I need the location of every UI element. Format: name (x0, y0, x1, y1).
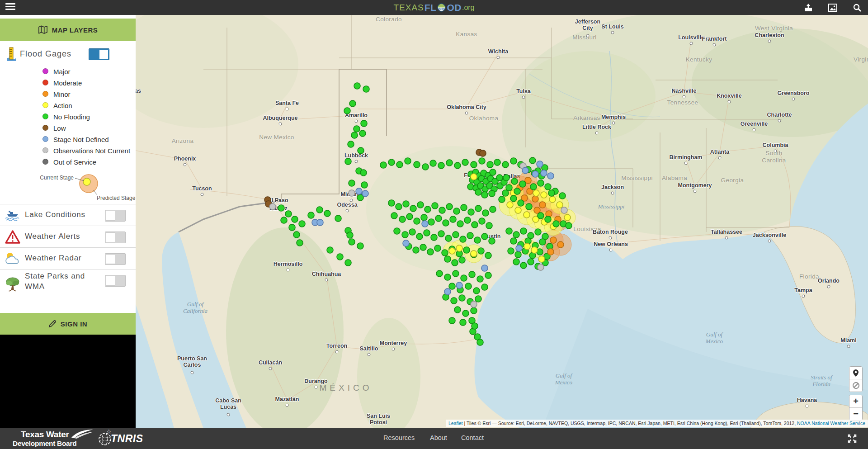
flood-gage-dot[interactable] (559, 193, 566, 199)
flood-gage-dot[interactable] (538, 264, 544, 270)
flood-gage-dot[interactable] (436, 270, 443, 277)
weather-alerts-toggle[interactable] (105, 232, 126, 243)
flood-gage-dot[interactable] (444, 288, 451, 295)
lake-conditions-toggle[interactable] (105, 210, 126, 222)
flood-gage-dot[interactable] (507, 202, 513, 208)
flood-gage-dot[interactable] (402, 232, 408, 238)
flood-gage-dot[interactable] (406, 213, 413, 220)
flood-gage-dot[interactable] (396, 203, 402, 210)
flood-gage-dot[interactable] (481, 192, 488, 198)
flood-gage-dot[interactable] (394, 228, 400, 234)
flood-gage-dot[interactable] (516, 245, 522, 251)
flood-gage-dot[interactable] (380, 162, 387, 168)
flood-gage-dot[interactable] (499, 196, 505, 203)
flood-gage-dot[interactable] (356, 188, 362, 194)
flood-gage-dot[interactable] (485, 252, 491, 259)
flood-gage-dot[interactable] (432, 203, 438, 209)
map-layers-header[interactable]: MAP LAYERS (0, 19, 136, 41)
flood-gage-dot[interactable] (475, 296, 481, 302)
flood-gage-dot[interactable] (478, 248, 484, 254)
flood-gage-dot[interactable] (413, 247, 419, 253)
flood-gage-dot[interactable] (481, 233, 488, 240)
flood-gage-dot[interactable] (489, 238, 495, 244)
flood-gage-dot[interactable] (416, 233, 423, 240)
flood-gage-dot[interactable] (363, 86, 369, 92)
flood-gage-dot[interactable] (566, 222, 572, 229)
search-icon[interactable] (852, 2, 863, 13)
flood-gage-dot[interactable] (428, 219, 434, 225)
flood-gage-dot[interactable] (487, 161, 493, 168)
flood-gage-dot[interactable] (459, 257, 465, 263)
flood-gage-dot[interactable] (434, 245, 441, 251)
flood-gage-dot[interactable] (524, 243, 530, 250)
flood-gage-dot[interactable] (269, 203, 276, 210)
flood-gage-dot[interactable] (299, 221, 305, 227)
flood-gage-dot[interactable] (539, 239, 546, 245)
flood-gage-dot[interactable] (545, 184, 551, 190)
flood-gage-dot[interactable] (445, 235, 452, 241)
flood-gage-dot[interactable] (474, 237, 481, 243)
flood-gage-dot[interactable] (454, 307, 461, 313)
flood-gage-dot[interactable] (409, 229, 415, 235)
flood-gage-dot[interactable] (519, 181, 526, 187)
flood-gage-dot[interactable] (459, 295, 465, 301)
flood-gage-dot[interactable] (539, 202, 546, 208)
flood-gage-dot[interactable] (446, 203, 453, 210)
flood-gage-dot[interactable] (391, 213, 397, 219)
flood-gage-dot[interactable] (348, 141, 354, 147)
flood-gage-dot[interactable] (502, 190, 509, 196)
flood-gage-dot[interactable] (513, 232, 519, 238)
flood-gage-dot[interactable] (292, 216, 298, 222)
twdb-logo[interactable]: Texas Water Development Board (13, 430, 76, 448)
flood-gage-dot[interactable] (297, 240, 303, 246)
flood-gage-dot[interactable] (431, 234, 437, 241)
flood-gage-dot[interactable] (443, 220, 449, 226)
flood-gage-dot[interactable] (469, 271, 475, 278)
flood-gage-dot[interactable] (449, 317, 455, 324)
share-icon[interactable] (803, 2, 814, 13)
flood-gage-dot[interactable] (289, 224, 295, 231)
flood-gage-dot[interactable] (335, 215, 341, 222)
flood-gage-dot[interactable] (403, 201, 409, 207)
flood-gage-dot[interactable] (424, 230, 430, 236)
flood-gage-dot[interactable] (541, 170, 547, 176)
flood-gage-dot[interactable] (547, 249, 554, 255)
flood-gage-dot[interactable] (362, 190, 368, 197)
flood-gage-dot[interactable] (482, 210, 489, 216)
flood-gage-dot[interactable] (360, 170, 367, 176)
flood-gage-dot[interactable] (438, 231, 444, 237)
flood-gage-dot[interactable] (471, 301, 477, 307)
flood-gage-dot[interactable] (481, 284, 488, 290)
flood-gage-dot[interactable] (490, 206, 496, 213)
flood-gage-dot[interactable] (349, 239, 355, 245)
flood-gage-dot[interactable] (529, 157, 536, 164)
flood-gage-dot[interactable] (438, 162, 444, 169)
flood-gage-dot[interactable] (457, 221, 463, 227)
flood-gage-dot[interactable] (538, 180, 544, 186)
flood-gage-dot[interactable] (414, 161, 420, 168)
flood-gage-dot[interactable] (533, 190, 539, 196)
flood-gage-dot[interactable] (471, 250, 477, 257)
flood-gage-dot[interactable] (453, 270, 459, 277)
flood-gage-dot[interactable] (468, 209, 474, 215)
flood-gage-dot[interactable] (317, 219, 323, 226)
flood-gage-dot[interactable] (361, 120, 367, 127)
flood-gage-dot[interactable] (417, 202, 424, 208)
flood-gage-dot[interactable] (564, 214, 571, 221)
flood-gage-dot[interactable] (479, 158, 485, 164)
flood-gage-dot[interactable] (463, 247, 470, 253)
flood-gage-dot[interactable] (489, 190, 495, 197)
flood-gage-dot[interactable] (359, 130, 366, 137)
flood-gage-dot[interactable] (439, 207, 445, 213)
flood-gage-dot[interactable] (422, 164, 429, 170)
flood-gage-dot[interactable] (456, 282, 462, 288)
flood-gage-dot[interactable] (344, 108, 350, 114)
flood-gage-dot[interactable] (508, 248, 514, 254)
flood-gage-dot[interactable] (518, 200, 524, 206)
flood-gage-dot[interactable] (461, 275, 467, 281)
flood-gage-dot[interactable] (399, 216, 406, 222)
flood-gage-dot[interactable] (477, 276, 483, 282)
flood-gage-dot[interactable] (453, 232, 459, 238)
flood-gage-dot[interactable] (538, 256, 545, 262)
flood-gage-dot[interactable] (547, 173, 554, 179)
